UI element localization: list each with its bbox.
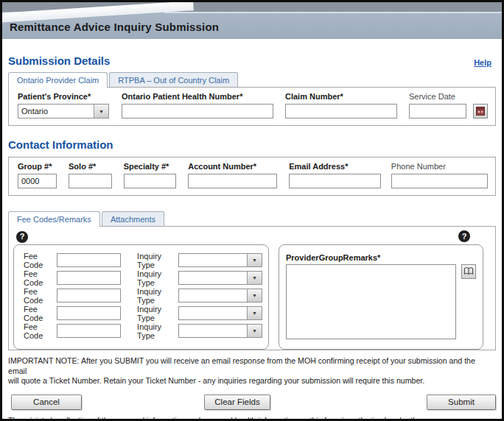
inquiry-type-dropdown-button[interactable]: ▼ [247,272,262,284]
phone-number-input[interactable] [391,174,488,188]
fee-codes-remarks-tab-content: ? ? Fee Code Inquiry Type ▼ Fe [8,226,496,350]
inquiry-type-select[interactable]: ▼ [178,253,262,267]
action-buttons: Cancel Clear Fields Submit [8,395,496,410]
email-address-label: Email Address* [289,162,381,171]
email-address-input[interactable] [289,174,381,188]
inquiry-type-dropdown-button[interactable]: ▼ [247,289,262,302]
inquiry-type-select[interactable]: ▼ [178,324,262,338]
form-content: Submission Details Help Ontario Provider… [2,54,502,421]
privacy-statement: The ministry's collection of the persona… [8,416,496,421]
contact-information-heading: Contact Information [8,138,496,151]
fee-code-input[interactable] [57,306,121,320]
health-number-input[interactable] [122,104,273,118]
service-date-field: Service Date [409,92,488,118]
group-number-field: Group #* [18,162,57,188]
fee-section-tabs: Fee Codes/Remarks Attachments [8,211,496,226]
inquiry-type-select[interactable]: ▼ [178,289,262,303]
calendar-button[interactable] [473,104,488,118]
tab-attachments[interactable]: Attachments [102,211,164,226]
chevron-down-icon: ▼ [252,328,257,333]
account-number-input[interactable] [188,174,277,188]
phone-number-field: Phone Number [391,162,488,188]
chevron-down-icon: ▼ [252,293,257,298]
submission-details-heading: Submission Details [8,54,110,67]
tab-fee-codes-remarks[interactable]: Fee Codes/Remarks [8,211,100,226]
cancel-button[interactable]: Cancel [11,395,82,410]
account-number-label: Account Number* [188,162,277,171]
tab-ontario-provider-claim[interactable]: Ontario Provider Claim [8,72,108,87]
important-note-line2: will quote a Ticket Number. Retain your … [8,376,496,386]
chevron-down-icon: ▼ [252,258,257,263]
tab-rtpba-out-of-country-claim[interactable]: RTPBA – Out of Country Claim [109,72,238,87]
email-address-field: Email Address* [289,162,381,188]
provider-group-remarks-label: ProviderGroupRemarks* [286,253,476,262]
fee-code-label: Fee Code [24,287,57,305]
fee-row: Fee Code Inquiry Type ▼ [24,289,262,303]
important-note-line1: IMPORTANT NOTE: After you SUBMIT you wil… [8,356,496,376]
fee-codes-panel: Fee Code Inquiry Type ▼ Fee Code Inquiry… [13,244,269,350]
inquiry-type-select[interactable]: ▼ [178,306,262,320]
inquiry-type-select[interactable]: ▼ [178,271,262,285]
inquiry-type-dropdown-button[interactable]: ▼ [247,325,262,337]
specialty-number-label: Specialty #* [124,162,177,171]
page-title: Remittance Advice Inquiry Submission [10,21,219,33]
health-number-field: Ontario Patient Health Number* [122,92,273,118]
inquiry-type-value[interactable] [179,254,247,266]
masthead: Remittance Advice Inquiry Submission [2,2,502,39]
patients-province-dropdown-button[interactable]: ▼ [94,105,108,118]
fee-row: Fee Code Inquiry Type ▼ [24,324,262,339]
solo-number-input[interactable] [69,174,112,188]
inquiry-type-value[interactable] [179,272,247,284]
claim-type-tabs: Ontario Provider Claim RTPBA – Out of Co… [8,72,496,87]
health-number-label: Ontario Patient Health Number* [122,92,273,101]
group-number-input[interactable] [18,174,57,188]
fee-row: Fee Code Inquiry Type ▼ [24,271,262,286]
chevron-down-icon: ▼ [252,311,257,316]
service-date-label: Service Date [409,92,488,101]
inquiry-type-dropdown-button[interactable]: ▼ [247,307,262,319]
patients-province-select[interactable]: ▼ [18,104,109,118]
fee-code-label: Fee Code [24,322,57,340]
remarks-lookup-button[interactable] [461,264,476,279]
chevron-down-icon: ▼ [252,275,257,280]
submission-heading-row: Submission Details Help [8,54,496,67]
solo-number-field: Solo #* [69,162,112,188]
patients-province-field: Patient's Province* ▼ [18,92,109,118]
patients-province-value[interactable] [18,105,94,118]
fee-code-label: Fee Code [24,252,57,269]
inquiry-type-value[interactable] [179,289,247,302]
inquiry-type-label: Inquiry Type [137,287,178,305]
account-number-field: Account Number* [188,162,277,188]
specialty-number-field: Specialty #* [124,162,177,188]
service-date-input[interactable] [409,104,466,118]
fee-code-input[interactable] [57,289,121,303]
open-book-icon [463,266,474,276]
provider-group-remarks-textarea[interactable] [286,264,456,339]
claim-number-label: Claim Number* [285,92,397,101]
group-number-label: Group #* [18,162,57,171]
patients-province-label: Patient's Province* [18,92,109,101]
inquiry-type-label: Inquiry Type [137,322,178,340]
inquiry-type-label: Inquiry Type [137,269,178,287]
inquiry-type-dropdown-button[interactable]: ▼ [247,254,262,266]
inquiry-type-label: Inquiry Type [137,252,178,269]
fee-code-label: Fee Code [24,305,57,322]
fee-code-input[interactable] [57,253,121,267]
chevron-down-icon: ▼ [99,109,104,114]
fee-code-input[interactable] [57,271,121,285]
specialty-number-input[interactable] [124,174,177,188]
claim-number-field: Claim Number* [285,92,397,118]
remarks-panel: ProviderGroupRemarks* [279,244,483,350]
help-link[interactable]: Help [474,58,491,67]
claim-number-input[interactable] [285,104,397,118]
fee-code-label: Fee Code [24,269,57,287]
fee-panels: Fee Code Inquiry Type ▼ Fee Code Inquiry… [9,243,495,350]
clear-fields-button[interactable]: Clear Fields [204,395,270,410]
help-question-icon[interactable]: ? [458,230,470,242]
fee-code-input[interactable] [57,324,121,338]
help-question-icon[interactable]: ? [16,231,28,243]
inquiry-type-value[interactable] [179,325,247,337]
submit-button[interactable]: Submit [427,395,496,410]
inquiry-type-value[interactable] [179,307,247,319]
remittance-inquiry-window: Remittance Advice Inquiry Submission Sub… [0,0,504,421]
